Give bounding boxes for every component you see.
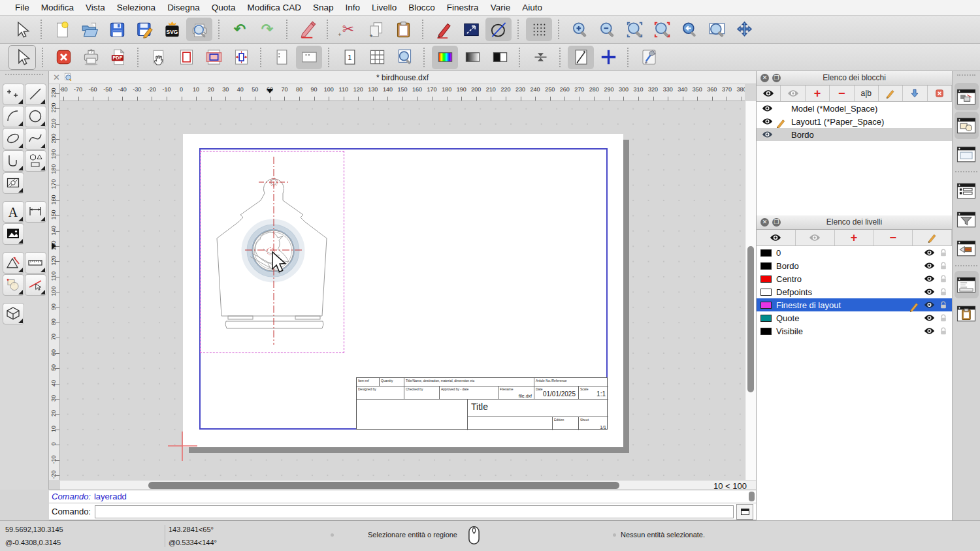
layer-color-swatch[interactable] xyxy=(760,302,772,309)
horizontal-scrollbar-thumb[interactable] xyxy=(148,482,619,489)
block-visibility-eye-icon[interactable] xyxy=(762,104,773,113)
layer-color-swatch[interactable] xyxy=(760,289,772,296)
close-drawing-button[interactable] xyxy=(50,46,76,69)
edit-pencil-button[interactable] xyxy=(431,18,457,41)
modify-tools-button[interactable] xyxy=(3,274,24,296)
fit-viewport-button[interactable] xyxy=(228,46,254,69)
multi-page-button[interactable] xyxy=(364,46,390,69)
preferences-button[interactable] xyxy=(636,46,662,69)
layer-visibility-eye-icon[interactable] xyxy=(924,262,935,270)
layer-visibility-eye-icon[interactable] xyxy=(924,327,935,336)
vertical-scrollbar-thumb[interactable] xyxy=(747,246,754,392)
menu-varie[interactable]: Varie xyxy=(485,0,517,15)
panel-command-line-toggle-button[interactable] xyxy=(955,271,979,298)
panel-selection-filter-toggle-button[interactable] xyxy=(955,206,979,233)
layer-color-swatch[interactable] xyxy=(760,328,772,335)
layer-lock-icon[interactable] xyxy=(939,287,948,297)
layer-row-centro[interactable]: Centro xyxy=(757,272,952,285)
polyline-tools-button[interactable] xyxy=(3,150,24,172)
menu-info[interactable]: Info xyxy=(340,0,367,15)
layer-visibility-eye-icon[interactable] xyxy=(924,249,935,257)
menu-aiuto[interactable]: Aiuto xyxy=(516,0,548,15)
draft-mode-button[interactable] xyxy=(568,46,594,69)
export-svg-button[interactable]: SVG xyxy=(159,18,185,41)
menu-modifica-cad[interactable]: Modifica CAD xyxy=(241,0,307,15)
export-pdf-button[interactable]: PDF xyxy=(105,46,131,69)
layer-visibility-eye-icon[interactable] xyxy=(924,275,935,283)
measure-tools-button[interactable] xyxy=(25,252,46,274)
zoom-in-button[interactable] xyxy=(566,18,593,41)
layer-row-quote[interactable]: Quote xyxy=(757,311,952,324)
save-as-button[interactable] xyxy=(131,18,157,41)
arc-tools-button[interactable] xyxy=(3,106,24,127)
insert-block-button[interactable] xyxy=(903,86,927,101)
grayscale-button[interactable] xyxy=(459,46,485,69)
layer-lock-icon[interactable] xyxy=(939,274,948,284)
trim-tools-button[interactable] xyxy=(25,274,46,296)
layer-row-defpoints[interactable]: Defpoints xyxy=(757,285,952,298)
block-visibility-eye-icon[interactable] xyxy=(762,131,773,139)
zoom-to-page-button[interactable] xyxy=(391,46,417,69)
menu-quota[interactable]: Quota xyxy=(206,0,242,15)
layer-color-swatch[interactable] xyxy=(760,249,772,257)
block-row-bordo[interactable]: Bordo xyxy=(757,128,952,141)
single-page-button[interactable]: 1 xyxy=(336,46,363,69)
purge-blocks-button[interactable] xyxy=(928,86,952,101)
page-borders-button[interactable] xyxy=(173,46,199,69)
auto-fit-button[interactable] xyxy=(527,46,553,69)
layer-lock-icon[interactable] xyxy=(939,261,948,271)
layer-row-0[interactable]: 0 xyxy=(757,246,952,259)
redo-button[interactable]: ↷ xyxy=(254,18,280,41)
menu-seleziona[interactable]: Seleziona xyxy=(111,0,161,15)
dock-drag-handle[interactable] xyxy=(957,74,975,80)
menu-modifica[interactable]: Modifica xyxy=(35,0,80,15)
add-layer-button[interactable]: + xyxy=(835,230,874,245)
point-tools-button[interactable] xyxy=(3,84,24,105)
add-viewport-button[interactable] xyxy=(201,46,227,69)
layer-color-swatch[interactable] xyxy=(760,276,772,283)
block-row-layout1[interactable]: Layout1 (*Paper_Space) xyxy=(757,115,952,128)
show-all-layers-button[interactable] xyxy=(757,230,796,245)
layer-lock-icon[interactable] xyxy=(939,326,948,336)
layer-row-finestre-di-layout[interactable]: Finestre di layout xyxy=(757,298,952,311)
panel-library-browser-toggle-button[interactable] xyxy=(955,140,979,168)
undo-button[interactable]: ↶ xyxy=(227,18,253,41)
edit-layer-button[interactable] xyxy=(913,230,952,245)
menu-blocco[interactable]: Blocco xyxy=(402,0,441,15)
delete-entities-button[interactable] xyxy=(295,18,321,41)
crosshair-toggle-button[interactable] xyxy=(595,46,621,69)
layer-row-visibile[interactable]: Visibile xyxy=(757,324,952,338)
panel-reference-toggle-button[interactable] xyxy=(955,234,979,262)
hide-all-blocks-button[interactable] xyxy=(781,86,805,101)
history-scrollbar-thumb[interactable] xyxy=(749,492,755,501)
show-all-blocks-button[interactable] xyxy=(757,86,781,101)
vertical-scrollbar[interactable] xyxy=(745,101,756,480)
paste-button[interactable] xyxy=(390,18,416,41)
layer-visibility-eye-icon[interactable] xyxy=(924,301,935,309)
grid-toggle-button[interactable] xyxy=(526,18,552,41)
panel-layer-list-toggle-button[interactable] xyxy=(955,112,979,139)
layer-lock-icon[interactable] xyxy=(939,300,948,310)
zoom-window-button[interactable] xyxy=(704,18,730,41)
print-button[interactable] xyxy=(78,46,104,69)
remove-layer-button[interactable]: − xyxy=(874,230,913,245)
ellipse-tools-button[interactable] xyxy=(3,128,24,150)
hide-all-layers-button[interactable] xyxy=(796,230,835,245)
solid-tools-button[interactable] xyxy=(3,303,24,324)
menu-disegna[interactable]: Disegna xyxy=(161,0,206,15)
hatch-tool-button[interactable] xyxy=(3,172,24,194)
layer-visibility-eye-icon[interactable] xyxy=(924,314,935,323)
rename-block-button[interactable]: a|b xyxy=(855,86,879,101)
layer-color-swatch[interactable] xyxy=(760,315,772,322)
block-visibility-eye-icon[interactable] xyxy=(762,118,773,126)
cad-tools-button[interactable] xyxy=(3,252,24,274)
add-block-button[interactable]: + xyxy=(806,86,830,101)
shape-tools-button[interactable] xyxy=(25,150,46,172)
save-button[interactable] xyxy=(104,18,130,41)
image-tool-button[interactable] xyxy=(3,223,24,245)
horizontal-scrollbar[interactable]: 10 < 100 xyxy=(60,480,756,490)
copy-button[interactable]: + xyxy=(363,18,389,41)
layer-visibility-eye-icon[interactable] xyxy=(924,288,935,296)
menu-snap[interactable]: Snap xyxy=(307,0,340,15)
drawing-canvas[interactable]: Item ref Quantity Title/Name, destinatio… xyxy=(60,101,745,480)
